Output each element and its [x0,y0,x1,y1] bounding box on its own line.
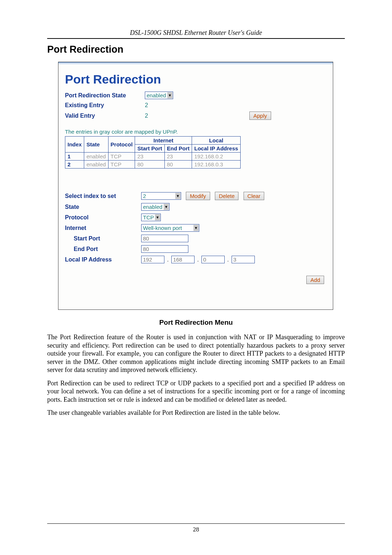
cell-start: 80 [135,161,164,169]
valid-entry-value: 2 [145,110,177,121]
cell-proto: TCP [108,153,135,161]
col-group-internet: Internet [135,137,192,145]
port-redirection-panel: Port Redirection Port Redirection State … [58,62,333,310]
end-port-label: End Port [65,244,141,254]
dot-separator: . [226,256,230,263]
body-paragraph: The user changeable variables available … [47,409,345,417]
edit-state-select-control[interactable]: enabled [141,203,170,211]
modify-button[interactable]: Modify [186,192,210,200]
cell-state: enabled [84,161,108,169]
index-select-control[interactable]: 2 [141,192,181,200]
page: DSL-1500G SHDSL Ethernet Router User's G… [0,0,392,555]
protocol-select[interactable]: TCP ▼ [141,214,161,221]
section-title: Port Redirection [47,44,345,55]
select-index-label: Select index to set [65,190,141,202]
add-button[interactable]: Add [306,276,324,284]
ip-octet-1-input[interactable] [141,256,164,263]
cell-ip: 192.168.0.2 [192,153,241,161]
summary-table: Port Redirection State enabled ▼ Existin… [65,90,275,121]
protocol-label: Protocol [65,212,141,223]
col-index: Index [65,137,84,153]
ip-octet-2-input[interactable] [171,256,195,263]
page-number: 28 [47,526,345,533]
col-group-local: Local [192,137,241,145]
cell-start: 23 [135,153,164,161]
entries-table: Index State Protocol Internet Local Star… [65,136,241,169]
existing-entry-label: Existing Entry [65,101,145,110]
start-port-input[interactable] [141,235,188,242]
col-protocol: Protocol [108,137,135,153]
cell-ip: 192.168.0.3 [192,161,241,169]
cell-proto: TCP [108,161,135,169]
header-rule [47,38,345,39]
ip-octet-4-input[interactable] [232,256,255,263]
footer-rule [47,523,345,524]
app-title: Port Redirection [65,72,326,86]
col-start-port: Start Port [135,145,164,153]
dot-separator: . [196,256,200,263]
page-footer: 28 [47,523,345,533]
running-header: DSL-1500G SHDSL Ethernet Router User's G… [47,29,345,37]
figure-caption: Port Redirection Menu [47,319,345,327]
body-paragraph: Port Redirection can be used to redirect… [47,379,345,404]
ip-octet-3-input[interactable] [201,256,225,263]
col-end-port: End Port [164,145,192,153]
apply-button[interactable]: Apply [249,112,271,120]
existing-entry-value: 2 [145,101,177,110]
body-paragraph: The Port Redirection feature of the Rout… [47,333,345,374]
clear-button[interactable]: Clear [244,192,265,200]
upnp-note: The entries in gray color are mapped by … [65,129,326,135]
valid-entry-label: Valid Entry [65,110,145,121]
state-select-control[interactable]: enabled [145,92,173,99]
internet-select[interactable]: Well-known port ▼ [141,224,199,232]
delete-button[interactable]: Delete [215,192,238,200]
table-row: 2 enabled TCP 80 80 192.168.0.3 [65,161,241,169]
internet-label: Internet [65,223,141,233]
end-port-input[interactable] [141,245,188,253]
internet-select-control[interactable]: Well-known port [141,224,199,232]
state-select[interactable]: enabled ▼ [145,92,173,99]
cell-index: 1 [65,153,84,161]
cell-index: 2 [65,161,84,169]
protocol-select-control[interactable]: TCP [141,214,161,221]
edit-form: Select index to set 2 ▼ Modify Delete [65,190,268,265]
dot-separator: . [166,256,170,263]
cell-end: 23 [164,153,192,161]
index-select[interactable]: 2 ▼ [141,192,181,200]
state-label: Port Redirection State [65,90,145,101]
col-local-ip: Local IP Address [192,145,241,153]
local-ip-label: Local IP Address [65,254,141,265]
edit-state-label: State [65,202,141,212]
table-row: 1 enabled TCP 23 23 192.168.0.2 [65,153,241,161]
cell-end: 80 [164,161,192,169]
col-state: State [84,137,108,153]
cell-state: enabled [84,153,108,161]
start-port-label: Start Port [65,233,141,244]
edit-state-select[interactable]: enabled ▼ [141,203,170,211]
